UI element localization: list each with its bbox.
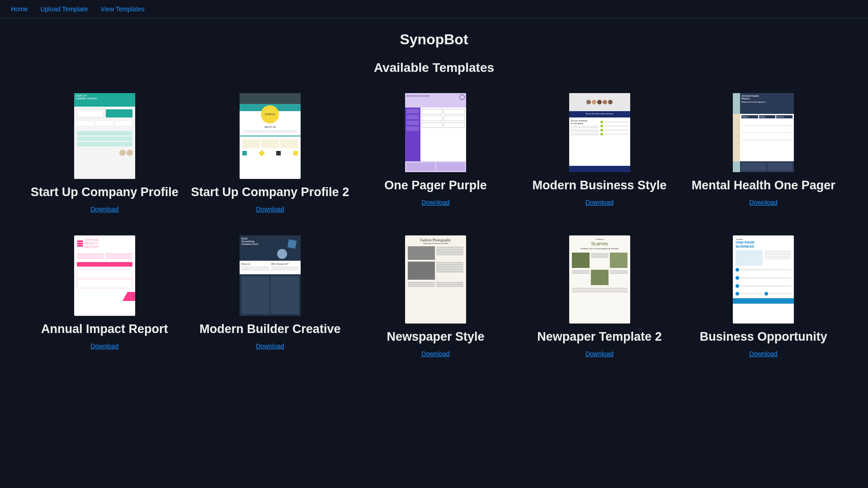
template-title: Annual Impact Report (41, 322, 168, 336)
template-thumbnail[interactable]: Annual ImpactReportHelping others find h… (733, 93, 794, 172)
template-card: BuildSomethingCreative Now! About us Why… (191, 235, 349, 357)
template-thumbnail[interactable]: Fashion Photography Capturing the Essenc… (405, 235, 466, 324)
page-subtitle: Available Templates (0, 61, 868, 75)
template-title: Start Up Company Profile 2 (191, 185, 349, 199)
download-link[interactable]: Download (256, 343, 284, 350)
template-thumbnail[interactable]: ANNUALIMPACTREPORT (74, 235, 135, 316)
template-title: Newpaper Template 2 (537, 330, 662, 344)
template-thumbnail[interactable]: The Art of Scarves ELEVATING YOUR STYLE … (569, 235, 630, 324)
template-card: Serving the community (358, 93, 513, 213)
template-thumbnail[interactable]: STARTUP ABOUT US (240, 93, 301, 179)
download-link[interactable]: Download (585, 350, 613, 357)
template-grid: START UPCOMPANY PROFILE (0, 75, 868, 357)
nav-view-templates[interactable]: View Templates (100, 5, 145, 13)
nav-upload-template[interactable]: Upload Template (40, 5, 88, 13)
download-link[interactable]: Download (90, 206, 118, 213)
template-title: One Pager Purple (384, 178, 487, 192)
template-card: Template ONE-PAGEBUSINESS Business Oppor (686, 235, 841, 357)
template-thumbnail[interactable]: We are the future of your business All y… (569, 93, 630, 172)
download-link[interactable]: Download (750, 350, 778, 357)
download-link[interactable]: Download (90, 343, 118, 350)
template-thumbnail[interactable]: BuildSomethingCreative Now! About us Why… (240, 235, 301, 316)
template-card: Fashion Photography Capturing the Essenc… (358, 235, 513, 357)
template-thumbnail[interactable]: START UPCOMPANY PROFILE (74, 93, 135, 179)
download-link[interactable]: Download (750, 199, 778, 206)
download-link[interactable]: Download (585, 199, 613, 206)
template-title: Newspaper Style (387, 330, 484, 344)
template-card: ANNUALIMPACTREPORT (27, 235, 182, 357)
template-title: Mental Health One Pager (692, 178, 835, 192)
nav-home[interactable]: Home (11, 5, 28, 13)
download-link[interactable]: Download (421, 350, 449, 357)
template-title: Business Opportunity (700, 330, 827, 344)
template-title: Start Up Company Profile (31, 185, 179, 199)
template-title: Modern Builder Creative (199, 322, 340, 336)
template-card: We are the future of your business All y… (522, 93, 677, 213)
template-card: Annual ImpactReportHelping others find h… (686, 93, 841, 213)
template-card: STARTUP ABOUT US Start Up Company Profil… (191, 93, 349, 213)
page-title: SynopBot (0, 31, 868, 48)
template-thumbnail[interactable]: Serving the community (405, 93, 466, 172)
template-title: Modern Business Style (533, 178, 667, 192)
download-link[interactable]: Download (256, 206, 284, 213)
download-link[interactable]: Download (421, 199, 449, 206)
template-card: The Art of Scarves ELEVATING YOUR STYLE … (522, 235, 677, 357)
template-card: START UPCOMPANY PROFILE (27, 93, 182, 213)
template-thumbnail[interactable]: Template ONE-PAGEBUSINESS (733, 235, 794, 324)
top-nav: Home Upload Template View Templates (0, 0, 868, 19)
